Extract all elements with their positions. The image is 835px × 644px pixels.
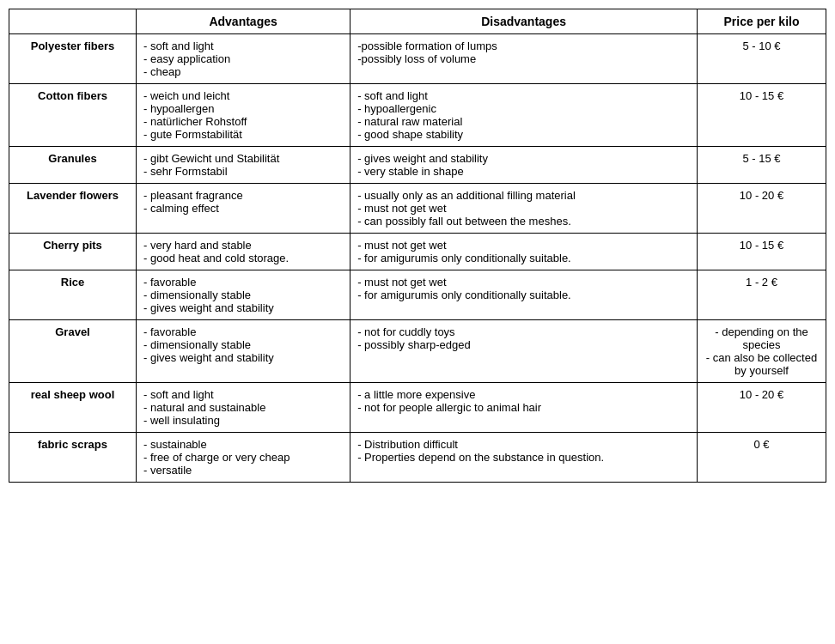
price-cell: 5 - 15 € — [698, 147, 826, 184]
advantages-cell: - favorable - dimensionally stable - giv… — [137, 270, 350, 320]
disadvantages-cell: - Distribution difficult - Properties de… — [350, 433, 698, 483]
advantages-cell: - favorable - dimensionally stable - giv… — [137, 320, 350, 383]
disadvantages-cell: - gives weight and stability - very stab… — [350, 147, 698, 184]
disadvantages-cell: - not for cuddly toys - possibly sharp-e… — [350, 320, 698, 383]
table-row: Lavender flowers- pleasant fragrance - c… — [9, 184, 826, 234]
advantages-cell: - soft and light - easy application - ch… — [137, 34, 350, 84]
table-row: fabric scraps- sustainable - free of cha… — [9, 433, 826, 483]
advantages-cell: - weich und leicht - hypoallergen - natü… — [137, 84, 350, 147]
advantages-cell: - pleasant fragrance - calming effect — [137, 184, 350, 234]
material-name: Cotton fibers — [9, 84, 137, 147]
advantages-cell: - very hard and stable - good heat and c… — [137, 234, 350, 270]
filling-materials-table: Advantages Disadvantages Price per kilo … — [9, 9, 826, 483]
material-name: Granules — [9, 147, 137, 184]
table-row: Granules- gibt Gewicht und Stabilität - … — [9, 147, 826, 184]
advantages-cell: - sustainable - free of charge or very c… — [137, 433, 350, 483]
price-cell: - depending on the species - can also be… — [698, 320, 826, 383]
disadvantages-cell: - must not get wet - for amigurumis only… — [350, 270, 698, 320]
disadvantages-cell: - soft and light - hypoallergenic - natu… — [350, 84, 698, 147]
material-name: fabric scraps — [9, 433, 137, 483]
material-name: real sheep wool — [9, 383, 137, 433]
col-header-price: Price per kilo — [698, 9, 826, 34]
price-cell: 10 - 15 € — [698, 234, 826, 270]
price-cell: 0 € — [698, 433, 826, 483]
table-row: Cherry pits- very hard and stable - good… — [9, 234, 826, 270]
material-name: Rice — [9, 270, 137, 320]
disadvantages-cell: - usually only as an additional filling … — [350, 184, 698, 234]
material-name: Gravel — [9, 320, 137, 383]
price-cell: 5 - 10 € — [698, 34, 826, 84]
col-header-name — [9, 9, 137, 34]
price-cell: 1 - 2 € — [698, 270, 826, 320]
price-cell: 10 - 20 € — [698, 383, 826, 433]
material-name: Lavender flowers — [9, 184, 137, 234]
col-header-advantages: Advantages — [137, 9, 350, 34]
material-name: Polyester fibers — [9, 34, 137, 84]
disadvantages-cell: -possible formation of lumps -possibly l… — [350, 34, 698, 84]
table-row: Gravel- favorable - dimensionally stable… — [9, 320, 826, 383]
table-row: Polyester fibers- soft and light - easy … — [9, 34, 826, 84]
disadvantages-cell: - must not get wet - for amigurumis only… — [350, 234, 698, 270]
table-row: real sheep wool- soft and light - natura… — [9, 383, 826, 433]
material-name: Cherry pits — [9, 234, 137, 270]
disadvantages-cell: - a little more expensive - not for peop… — [350, 383, 698, 433]
table-row: Rice- favorable - dimensionally stable -… — [9, 270, 826, 320]
col-header-disadvantages: Disadvantages — [350, 9, 698, 34]
table-row: Cotton fibers- weich und leicht - hypoal… — [9, 84, 826, 147]
price-cell: 10 - 20 € — [698, 184, 826, 234]
advantages-cell: - gibt Gewicht und Stabilität - sehr For… — [137, 147, 350, 184]
price-cell: 10 - 15 € — [698, 84, 826, 147]
advantages-cell: - soft and light - natural and sustainab… — [137, 383, 350, 433]
